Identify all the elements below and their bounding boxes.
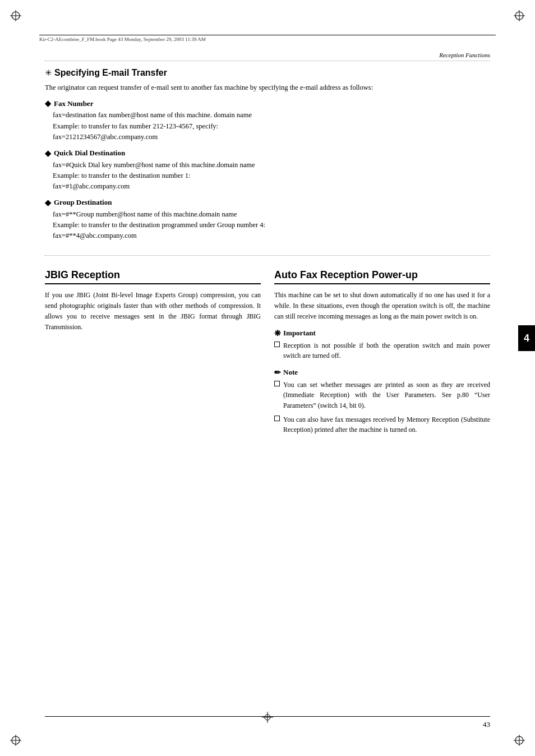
page-header-right: Reception Functions [439,52,490,58]
header-bar: Kir-C2-AEcombine_F_FM.book Page 43 Monda… [39,35,496,43]
subsection-group-destination: ◆ Group Destination fax=#**Group number@… [45,198,490,242]
specifying-title: Specifying E-mail Transfer [54,68,167,78]
autofax-body: This machine can be set to shut down aut… [274,290,490,322]
sun-icon: ✳ [45,68,52,78]
group-dest-line-3: fax=#**4@abc.company.com [53,231,490,241]
jbig-body: If you use JBIG (Joint Bi-level Image Ex… [45,290,261,333]
quick-dial-line-2: Example: to transfer to the destination … [53,170,490,181]
page-number: 43 [483,720,490,729]
page: Kir-C2-AEcombine_F_FM.book Page 43 Monda… [0,0,535,756]
specifying-section: ✳ Specifying E-mail Transfer The origina… [45,61,490,256]
group-dest-line-1: fax=#**Group number@host name of this ma… [53,209,490,220]
chapter-tab: 4 [518,325,535,351]
section-title-row: ✳ Specifying E-mail Transfer [45,68,490,78]
quick-dial-body: fax=#Quick Dial key number@host name of … [53,160,490,192]
fax-number-line-3: fax=2121234567@abc.company.com [53,132,490,142]
fax-number-title: ◆ Fax Number [45,99,490,108]
important-title: ❋ Important [274,329,490,338]
footer-crosshair [262,712,273,725]
corner-mark-br [505,726,525,746]
two-col-section: JBIG Reception If you use JBIG (Joint Bi… [45,269,490,439]
important-label: Important [283,329,316,338]
note-text-1: You can set whether messages are printed… [283,380,490,411]
fax-number-line-1: fax=destination fax number@host name of … [53,110,490,121]
corner-mark-tr [505,10,525,30]
note-item-1: You can set whether messages are printed… [274,380,490,411]
diamond-icon-2: ◆ [45,149,51,158]
note-title: ✏ Note [274,368,490,377]
important-section: ❋ Important Reception is not possible if… [274,329,490,361]
quick-dial-title: ◆ Quick Dial Destination [45,149,490,158]
subsection-fax-number: ◆ Fax Number fax=destination fax number@… [45,99,490,142]
file-info: Kir-C2-AEcombine_F_FM.book Page 43 Monda… [39,36,496,42]
important-text-1: Reception is not possible if both the op… [283,340,490,361]
quick-dial-line-3: fax=#1@abc.company.com [53,181,490,192]
quick-dial-line-1: fax=#Quick Dial key number@host name of … [53,160,490,170]
note-label: Note [283,368,298,377]
diamond-icon-1: ◆ [45,99,51,108]
subsection-quick-dial: ◆ Quick Dial Destination fax=#Quick Dial… [45,149,490,192]
checkbox-icon-3 [274,416,280,421]
important-icon: ❋ [274,329,281,338]
specifying-intro: The originator can request transfer of e… [45,82,490,93]
note-section: ✏ Note You can set whether messages are … [274,368,490,435]
checkbox-icon-2 [274,381,280,386]
note-pencil-icon: ✏ [274,368,281,377]
corner-mark-tl [10,10,30,30]
note-item-2: You can also have fax messages received … [274,414,490,435]
jbig-title: JBIG Reception [45,269,261,284]
group-dest-line-2: Example: to transfer to the destination … [53,220,490,231]
fax-number-line-2: Example: to transfer to fax number 212-1… [53,121,490,132]
autofax-column: Auto Fax Reception Power-up This machine… [274,269,490,439]
checkbox-icon-1 [274,342,280,347]
group-destination-title: ◆ Group Destination [45,198,490,208]
autofax-title: Auto Fax Reception Power-up [274,269,490,284]
content-area: ✳ Specifying E-mail Transfer The origina… [45,61,490,711]
fax-number-body: fax=destination fax number@host name of … [53,110,490,142]
group-destination-body: fax=#**Group number@host name of this ma… [53,209,490,242]
diamond-icon-3: ◆ [45,198,51,208]
note-text-2: You can also have fax messages received … [283,414,490,435]
important-item-1: Reception is not possible if both the op… [274,340,490,361]
jbig-column: JBIG Reception If you use JBIG (Joint Bi… [45,269,261,439]
corner-mark-bl [10,726,30,746]
